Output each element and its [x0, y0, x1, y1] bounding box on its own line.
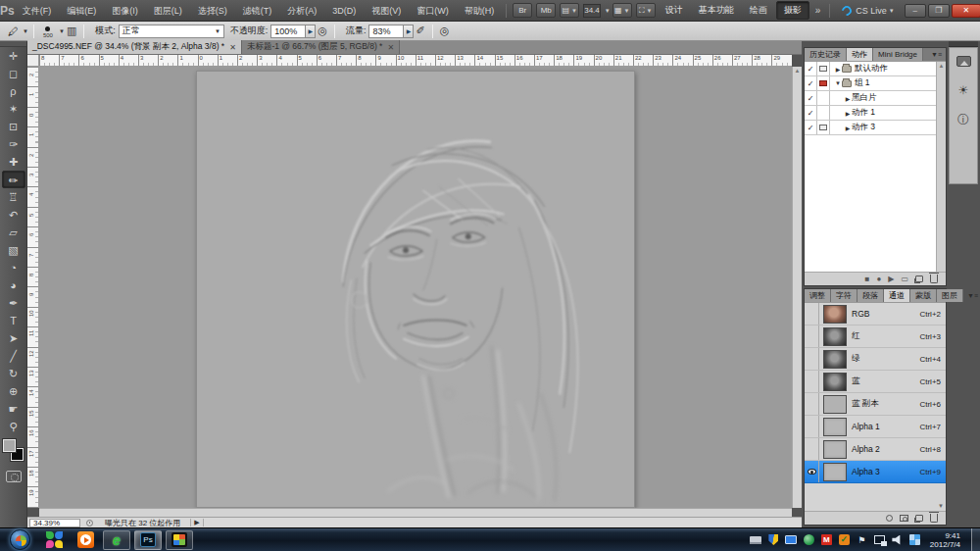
network-globe-icon[interactable] — [803, 533, 815, 546]
vertical-ruler[interactable]: 21012345678910111213141516171819 — [27, 67, 39, 508]
toggle-brush-panel-button[interactable]: ▥ — [65, 25, 78, 37]
play-selection-button[interactable]: ▶ — [888, 274, 894, 285]
channel-row[interactable]: 蓝Ctrl+5 — [805, 371, 946, 393]
channels-tab[interactable]: 通道 — [884, 289, 910, 302]
channel-row[interactable]: Alpha 1Ctrl+7 — [805, 416, 946, 438]
workspace-overflow-button[interactable]: » — [810, 5, 826, 16]
scroll-up-arrow[interactable]: ▲ — [793, 67, 802, 75]
arrange-documents-button[interactable]: ▦▼ — [612, 3, 632, 18]
close-tab-icon[interactable]: ✕ — [387, 43, 394, 52]
dialog-toggle[interactable] — [817, 62, 830, 75]
healing-brush-tool[interactable]: ✚ — [2, 153, 25, 171]
image-viewer-app[interactable] — [166, 530, 193, 550]
minimize-button[interactable]: – — [905, 4, 926, 18]
eyedropper-tool[interactable]: ✑ — [2, 135, 25, 153]
zoom-tool[interactable]: ⚲ — [2, 418, 25, 435]
brush-tool-icon[interactable]: 🖊 — [6, 25, 21, 37]
3d-rotate-tool[interactable]: ↻ — [2, 365, 25, 382]
dialog-toggle[interactable] — [817, 106, 830, 120]
visibility-toggle[interactable] — [805, 348, 819, 370]
status-menu-arrow[interactable]: ▶ — [190, 519, 203, 526]
actions-scrollbar[interactable]: ▲ — [936, 62, 946, 272]
lasso-tool[interactable]: ρ — [2, 82, 25, 100]
security-shield-icon[interactable] — [767, 533, 780, 546]
channel-row[interactable]: Alpha 2Ctrl+8 — [805, 438, 946, 461]
visibility-toggle[interactable] — [805, 371, 819, 392]
new-action-button[interactable] — [915, 276, 923, 282]
clone-stamp-tool[interactable]: ♖ — [2, 188, 25, 206]
blur-tool[interactable]: ◔ — [2, 259, 25, 276]
expand-arrow-icon[interactable]: ▶ — [834, 66, 842, 73]
collapse-arrow-icon[interactable]: ▼ — [834, 80, 842, 86]
flow-field[interactable]: 83% — [368, 25, 404, 38]
photoshop-app[interactable]: Ps — [134, 530, 162, 550]
info-panel-button[interactable]: ⓘ — [954, 111, 973, 128]
path-selection-tool[interactable]: ➤ — [2, 329, 25, 347]
input-method-keyboard-icon[interactable] — [750, 533, 762, 546]
item-check-toggle[interactable]: ✓ — [805, 106, 817, 120]
brush-preset-picker[interactable]: 500 — [39, 25, 57, 38]
menu-item-5[interactable]: 滤镜(T) — [235, 0, 280, 22]
airbrush-toggle-icon[interactable]: ✐ — [414, 25, 426, 37]
panel-menu-icon[interactable]: ▼≡ — [963, 289, 980, 302]
horizontal-ruler[interactable]: 8765432101234567891011121314151617181920… — [39, 55, 792, 67]
foreground-color-swatch[interactable] — [3, 439, 16, 452]
menu-item-6[interactable]: 分析(A) — [279, 0, 324, 22]
visibility-toggle[interactable] — [805, 461, 819, 482]
launch-mini-bridge-button[interactable]: Mb — [536, 3, 556, 18]
channels-tab[interactable]: 调整 — [805, 289, 831, 302]
action-row[interactable]: ✓▼组 1 — [805, 76, 936, 91]
scroll-down-arrow[interactable]: ▼ — [938, 503, 944, 509]
menu-item-2[interactable]: 图像(I) — [104, 0, 146, 22]
opacity-field[interactable]: 100% — [270, 25, 306, 38]
channels-tab[interactable]: 字符 — [831, 289, 858, 302]
brush-tool[interactable]: ✏ — [2, 171, 25, 188]
visibility-toggle[interactable] — [805, 326, 819, 347]
expand-arrow-icon[interactable]: ▶ — [844, 110, 852, 117]
restore-button[interactable]: ❐ — [928, 4, 950, 18]
pen-tool[interactable]: ✒ — [2, 294, 25, 312]
load-selection-button[interactable] — [886, 515, 893, 522]
taskbar-clock[interactable]: 9:41 2012/7/4 — [930, 531, 960, 549]
pinwheel-app[interactable] — [40, 530, 68, 550]
eraser-tool[interactable]: ▱ — [2, 224, 25, 241]
menu-item-9[interactable]: 窗口(W) — [409, 0, 457, 22]
new-set-button[interactable]: ▭ — [901, 274, 908, 285]
vertical-scrollbar[interactable]: ▲ — [792, 67, 802, 508]
volume-icon[interactable] — [891, 533, 904, 546]
item-check-toggle[interactable]: ✓ — [805, 91, 817, 105]
updater-check-icon[interactable]: ✓ — [838, 533, 851, 546]
zoom-level-field[interactable]: 34.4 — [583, 4, 601, 18]
channel-row[interactable]: 绿Ctrl+4 — [805, 348, 946, 371]
menu-item-0[interactable]: 文件(F) — [15, 0, 60, 22]
item-check-toggle[interactable]: ✓ — [805, 121, 817, 134]
network-status-icon[interactable] — [873, 533, 886, 546]
crop-tool[interactable]: ⊡ — [2, 118, 25, 135]
menu-item-8[interactable]: 视图(V) — [364, 0, 409, 22]
status-zoom-field[interactable]: 34.39% — [29, 519, 80, 527]
tablet-size-icon[interactable]: ◎ — [438, 25, 452, 37]
action-row[interactable]: ✓▶黑白片 — [805, 91, 936, 106]
menu-item-7[interactable]: 3D(D) — [324, 0, 364, 22]
actions-tab[interactable]: 历史记录 — [805, 48, 847, 61]
flow-slider-button[interactable]: ▶ — [404, 25, 414, 38]
visibility-toggle[interactable] — [805, 303, 819, 325]
tablet-opacity-icon[interactable]: ◎ — [316, 25, 329, 37]
channels-tab[interactable]: 段落 — [858, 289, 884, 302]
3d-pan-tool[interactable]: ⊕ — [2, 382, 25, 400]
menu-item-4[interactable]: 选择(S) — [190, 0, 235, 22]
channel-row[interactable]: RGBCtrl+2 — [805, 303, 946, 326]
view-extras-button[interactable]: ▤▼ — [560, 3, 579, 18]
actions-tab[interactable]: Mini Bridge — [873, 48, 923, 61]
quick-selection-tool[interactable]: ✶ — [2, 100, 25, 118]
line-tool[interactable]: ╱ — [2, 347, 25, 365]
history-brush-tool[interactable]: ↶ — [2, 206, 25, 224]
visibility-toggle[interactable] — [805, 438, 819, 460]
action-row[interactable]: ✓▶动作 1 — [805, 106, 936, 121]
quick-mask-button[interactable] — [6, 471, 22, 482]
panel-menu-icon[interactable]: ▼≡ — [927, 48, 946, 61]
canvas-image[interactable] — [196, 71, 635, 508]
stop-playing-button[interactable]: ■ — [865, 274, 870, 285]
rectangular-marquee-tool[interactable]: ◻ — [2, 65, 25, 82]
item-check-toggle[interactable]: ✓ — [805, 76, 817, 90]
